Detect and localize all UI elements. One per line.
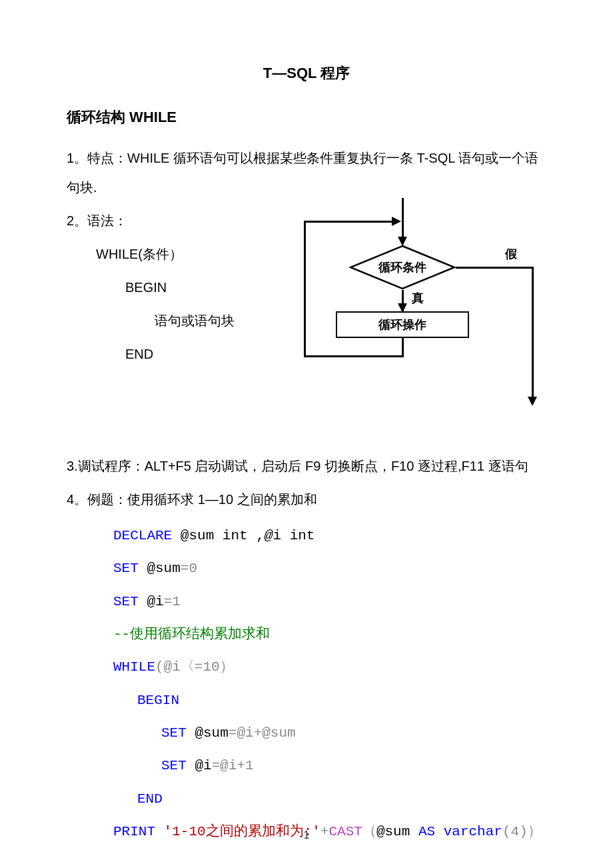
syntax-line-begin: BEGIN bbox=[67, 273, 280, 302]
rect-body: 循环操作 bbox=[336, 311, 469, 338]
code-line-begin: BEGIN bbox=[113, 684, 546, 717]
code-block: DECLARE @sum int ,@i int SET @sum=0 SET … bbox=[67, 519, 546, 848]
code-line-comment: --使用循环结构累加求和 bbox=[113, 618, 546, 651]
condition-label: 循环条件 bbox=[349, 245, 456, 290]
code-line-i-inc: SET @i=@i+1 bbox=[113, 749, 546, 782]
code-line-end: END bbox=[113, 783, 546, 815]
syntax-line-while: WHILE(条件） bbox=[67, 239, 280, 269]
syntax-line-end: END bbox=[67, 339, 280, 369]
flowchart: 循环条件 真 循环操作 假 bbox=[293, 211, 546, 411]
code-line-while: WHILE(@i〈=10） bbox=[113, 651, 546, 683]
false-label: 假 bbox=[505, 246, 517, 262]
page-number: 1 bbox=[0, 829, 613, 841]
diamond-condition: 循环条件 bbox=[349, 245, 456, 290]
code-line-set-sum: SET @sum=0 bbox=[113, 552, 546, 585]
page-title: T—SQL 程序 bbox=[67, 63, 546, 83]
true-label: 真 bbox=[412, 290, 424, 306]
paragraph-1: 1。特点：WHILE 循环语句可以根据某些条件重复执行一条 T-SQL 语句或一… bbox=[67, 143, 546, 202]
paragraph-4: 4。例题：使用循环求 1—10 之间的累加和 bbox=[67, 485, 546, 514]
syntax-column: 2。语法： WHILE(条件） BEGIN 语句或语句块 END bbox=[67, 206, 280, 373]
section-heading: 循环结构 WHILE bbox=[67, 107, 546, 127]
code-line-declare: DECLARE @sum int ,@i int bbox=[113, 519, 546, 552]
paragraph-2: 2。语法： bbox=[67, 206, 280, 235]
paragraph-3: 3.调试程序：ALT+F5 启动调试，启动后 F9 切换断点，F10 逐过程,F… bbox=[67, 451, 546, 481]
code-line-set-i: SET @i=1 bbox=[113, 585, 546, 618]
code-line-sum-assign: SET @sum=@i+@sum bbox=[113, 717, 546, 749]
body-label: 循环操作 bbox=[378, 317, 426, 333]
syntax-line-body: 语句或语句块 bbox=[67, 306, 280, 335]
